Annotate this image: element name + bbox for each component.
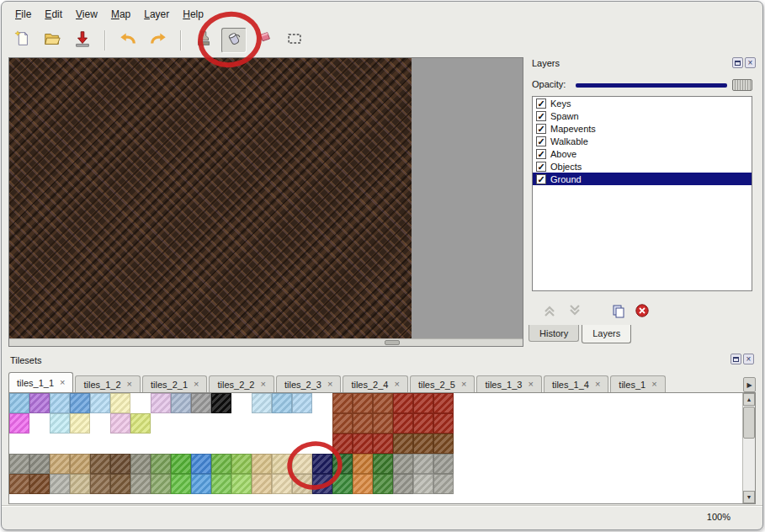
tile-1-19[interactable] bbox=[393, 413, 413, 434]
tile-3-18[interactable] bbox=[373, 454, 393, 474]
tile-3-2[interactable] bbox=[50, 454, 70, 474]
tab-close-icon[interactable]: × bbox=[194, 380, 199, 389]
tile-1-15[interactable] bbox=[312, 413, 332, 434]
duplicate-layer-button[interactable] bbox=[608, 301, 630, 321]
save-map-button[interactable] bbox=[70, 28, 95, 53]
tileset-tab-tiles_2_2[interactable]: tiles_2_2× bbox=[209, 375, 274, 392]
palette-vertical-scrollbar[interactable]: ▲ ▼ bbox=[742, 393, 755, 503]
layer-visibility-checkbox[interactable]: ✓ bbox=[536, 111, 546, 121]
tab-close-icon[interactable]: × bbox=[528, 380, 533, 389]
tile-4-17[interactable] bbox=[353, 474, 373, 494]
tile-2-0[interactable] bbox=[9, 434, 29, 454]
float-panel-button[interactable] bbox=[732, 57, 743, 68]
tile-1-17[interactable] bbox=[353, 413, 373, 434]
tile-1-5[interactable] bbox=[110, 413, 130, 434]
new-map-button[interactable] bbox=[9, 28, 35, 53]
tile-1-3[interactable] bbox=[70, 413, 90, 434]
close-panel-button[interactable]: × bbox=[745, 57, 756, 68]
tile-0-5[interactable] bbox=[110, 393, 130, 413]
tile-3-5[interactable] bbox=[110, 454, 130, 474]
tile-0-15[interactable] bbox=[312, 393, 332, 413]
layer-visibility-checkbox[interactable]: ✓ bbox=[536, 162, 546, 172]
delete-layer-button[interactable] bbox=[631, 301, 653, 321]
tile-4-12[interactable] bbox=[252, 474, 272, 494]
tile-3-1[interactable] bbox=[29, 454, 50, 474]
tile-2-4[interactable] bbox=[90, 434, 110, 454]
fill-tool-button[interactable] bbox=[221, 28, 247, 53]
map-horizontal-scrollbar[interactable] bbox=[9, 338, 523, 346]
tile-0-3[interactable] bbox=[70, 393, 90, 413]
tile-3-21[interactable] bbox=[433, 454, 454, 474]
tile-1-2[interactable] bbox=[50, 413, 70, 434]
menu-item-view[interactable]: View bbox=[69, 7, 104, 22]
tileset-tab-tiles_1[interactable]: tiles_1× bbox=[610, 375, 665, 392]
tileset-tab-tiles_2_3[interactable]: tiles_2_3× bbox=[276, 375, 341, 392]
tile-0-11[interactable] bbox=[231, 393, 252, 413]
menu-item-help[interactable]: Help bbox=[176, 7, 210, 22]
layer-row-above[interactable]: ✓Above bbox=[533, 147, 752, 160]
tile-2-16[interactable] bbox=[332, 434, 353, 454]
tile-0-0[interactable] bbox=[9, 393, 29, 413]
tab-close-icon[interactable]: × bbox=[60, 378, 65, 387]
layer-visibility-checkbox[interactable]: ✓ bbox=[536, 136, 546, 146]
tileset-tab-tiles_2_4[interactable]: tiles_2_4× bbox=[343, 375, 407, 392]
tile-1-21[interactable] bbox=[433, 413, 454, 434]
tileset-tab-tiles_1_1[interactable]: tiles_1_1× bbox=[8, 372, 73, 392]
tab-close-icon[interactable]: × bbox=[461, 380, 466, 389]
tile-1-18[interactable] bbox=[373, 413, 393, 434]
tile-2-5[interactable] bbox=[110, 434, 130, 454]
layer-row-mapevents[interactable]: ✓Mapevents bbox=[533, 122, 752, 135]
redo-button[interactable] bbox=[146, 28, 171, 53]
tile-0-13[interactable] bbox=[272, 393, 292, 413]
tile-3-6[interactable] bbox=[130, 454, 151, 474]
tile-4-1[interactable] bbox=[29, 474, 50, 494]
tile-4-5[interactable] bbox=[110, 474, 130, 494]
tileset-tab-tiles_1_4[interactable]: tiles_1_4× bbox=[544, 375, 608, 392]
tile-4-7[interactable] bbox=[151, 474, 171, 494]
tile-2-8[interactable] bbox=[171, 434, 191, 454]
stamp-tool-button[interactable] bbox=[191, 28, 216, 53]
scrollbar-handle[interactable] bbox=[385, 340, 400, 345]
menu-item-file[interactable]: File bbox=[8, 7, 38, 22]
eraser-tool-button[interactable] bbox=[252, 28, 277, 53]
tile-4-2[interactable] bbox=[50, 474, 70, 494]
layer-row-objects[interactable]: ✓Objects bbox=[533, 160, 752, 173]
tile-4-21[interactable] bbox=[433, 474, 454, 494]
tile-0-6[interactable] bbox=[130, 393, 151, 413]
layer-visibility-checkbox[interactable]: ✓ bbox=[536, 174, 546, 184]
tile-3-13[interactable] bbox=[272, 454, 292, 474]
undo-button[interactable] bbox=[115, 28, 141, 53]
tile-2-6[interactable] bbox=[130, 434, 151, 454]
tile-3-12[interactable] bbox=[252, 454, 272, 474]
tile-4-10[interactable] bbox=[211, 474, 231, 494]
tile-3-0[interactable] bbox=[9, 454, 29, 474]
close-panel-button[interactable]: × bbox=[743, 354, 754, 364]
tile-4-13[interactable] bbox=[272, 474, 292, 494]
tileset-tab-tiles_1_2[interactable]: tiles_1_2× bbox=[75, 375, 140, 392]
tile-4-0[interactable] bbox=[9, 474, 29, 494]
tile-1-1[interactable] bbox=[29, 413, 50, 434]
tab-scroll-right-button[interactable]: ▶ bbox=[743, 377, 756, 392]
tile-2-9[interactable] bbox=[191, 434, 211, 454]
tab-layers[interactable]: Layers bbox=[582, 325, 631, 343]
tile-0-14[interactable] bbox=[292, 393, 312, 413]
layer-visibility-checkbox[interactable]: ✓ bbox=[536, 98, 546, 109]
tile-2-20[interactable] bbox=[413, 434, 433, 454]
tile-1-9[interactable] bbox=[191, 413, 211, 434]
tile-2-21[interactable] bbox=[433, 434, 454, 454]
layer-row-ground[interactable]: ✓Ground bbox=[533, 173, 752, 185]
tile-4-15[interactable] bbox=[312, 474, 332, 494]
tile-1-10[interactable] bbox=[211, 413, 231, 434]
tile-2-18[interactable] bbox=[373, 434, 393, 454]
scroll-down-button[interactable]: ▼ bbox=[743, 491, 755, 503]
tile-4-9[interactable] bbox=[191, 474, 211, 494]
tile-1-0[interactable] bbox=[9, 413, 29, 434]
tab-history[interactable]: History bbox=[529, 325, 579, 342]
tile-1-6[interactable] bbox=[130, 413, 151, 434]
tab-close-icon[interactable]: × bbox=[327, 380, 332, 389]
layer-row-walkable[interactable]: ✓Walkable bbox=[533, 135, 752, 147]
tab-close-icon[interactable]: × bbox=[651, 380, 656, 389]
tile-2-14[interactable] bbox=[292, 434, 312, 454]
tile-4-6[interactable] bbox=[130, 474, 151, 494]
tile-2-11[interactable] bbox=[231, 434, 252, 454]
